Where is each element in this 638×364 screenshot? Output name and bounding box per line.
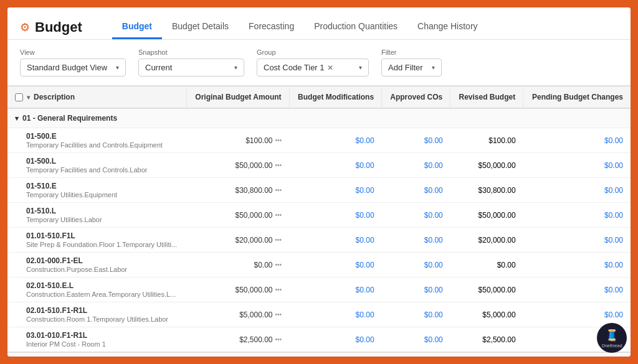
row-desc: Site Prep & Foundation.Floor 1.Temporary…: [26, 241, 179, 248]
modifications-amount[interactable]: $0.00: [356, 236, 374, 245]
col-description: ▾ Description: [7, 86, 186, 109]
nav-tabs: Budget Budget Details Forecasting Produc…: [112, 15, 488, 39]
row-actions-icon[interactable]: •••: [275, 187, 282, 194]
group-filter-group: Group Cost Code Tier 1 ✕ ▾: [257, 49, 369, 77]
onethread-badge[interactable]: 🧵 Onethread: [597, 323, 627, 353]
modifications-amount[interactable]: $0.00: [356, 286, 374, 294]
approved-amount[interactable]: $0.00: [424, 335, 443, 344]
pending-amount[interactable]: $0.00: [604, 286, 623, 294]
select-all-checkbox[interactable]: [15, 93, 23, 101]
onethread-icon: 🧵: [605, 329, 619, 342]
pending-amount[interactable]: $0.00: [604, 261, 623, 269]
subtotal-approved: $0.00: [382, 352, 450, 357]
group-value: Cost Code Tier 1: [264, 63, 325, 72]
table-row: 01-500.L Temporary Facilities and Contro…: [7, 153, 631, 178]
pending-amount[interactable]: $0.00: [604, 136, 623, 145]
approved-amount[interactable]: $0.00: [424, 186, 443, 195]
view-select[interactable]: Standard Budget View ▾: [20, 58, 126, 77]
tab-budget-details[interactable]: Budget Details: [162, 15, 239, 39]
approved-amount[interactable]: $0.00: [424, 310, 443, 319]
revised-amount: $50,000.00: [478, 286, 516, 294]
table-row: 01.01-510.F1L Site Prep & Foundation.Flo…: [7, 228, 631, 253]
approved-amount[interactable]: $0.00: [424, 161, 443, 170]
row-actions-icon[interactable]: •••: [275, 286, 282, 293]
page-title: Budget: [35, 19, 82, 35]
row-code: 01.01-510.F1L: [26, 231, 179, 240]
sort-chevron-icon[interactable]: ▾: [27, 94, 30, 101]
tab-production-quantities[interactable]: Production Quantities: [304, 15, 407, 39]
revised-amount: $5,000.00: [482, 310, 515, 319]
view-filter-group: View Standard Budget View ▾: [20, 49, 126, 77]
add-filter-label: Add Filter: [388, 63, 423, 72]
revised-amount: $20,000.00: [478, 236, 516, 245]
subtotal-modifications: $0.00: [289, 352, 382, 357]
modifications-amount[interactable]: $0.00: [356, 136, 374, 145]
group-select[interactable]: Cost Code Tier 1 ✕ ▾: [257, 58, 369, 77]
revised-amount: $0.00: [497, 261, 516, 269]
pending-amount[interactable]: $0.00: [604, 186, 623, 195]
pending-amount[interactable]: $0.00: [604, 236, 623, 245]
gear-icon[interactable]: ⚙: [20, 21, 30, 34]
row-desc: Temporary Utilities.Equipment: [26, 191, 179, 198]
original-amount: $50,000.00: [235, 161, 272, 170]
pending-amount[interactable]: $0.00: [604, 161, 623, 170]
modifications-amount[interactable]: $0.00: [356, 161, 374, 170]
title-group: ⚙ Budget: [20, 19, 97, 35]
original-amount: $2,500.00: [239, 335, 272, 344]
add-filter-chevron-icon: ▾: [432, 64, 435, 71]
subtotal-label: Subtotal 01 - General Requirements: [7, 352, 186, 357]
tab-budget[interactable]: Budget: [112, 15, 162, 39]
row-desc: Construction.Eastern Area.Temporary Util…: [26, 291, 179, 298]
row-code: 03.01-010.F1-R1L: [26, 331, 179, 340]
add-filter-button[interactable]: Add Filter ▾: [381, 58, 442, 77]
approved-amount[interactable]: $0.00: [424, 236, 443, 245]
table-container: ▾ Description Original Budget Amount Bud…: [7, 86, 631, 357]
row-code: 01-510.E: [26, 182, 179, 190]
modifications-amount[interactable]: $0.00: [356, 261, 374, 269]
modifications-amount[interactable]: $0.00: [356, 186, 374, 195]
row-actions-icon[interactable]: •••: [275, 236, 282, 243]
section-row: ▾01 - General Requirements: [7, 108, 631, 128]
snapshot-select[interactable]: Current ▾: [138, 58, 244, 77]
col-budget-modifications: Budget Modifications: [289, 86, 382, 109]
col-revised-budget: Revised Budget: [450, 86, 523, 109]
row-actions-icon[interactable]: •••: [275, 162, 282, 169]
revised-amount: $50,000.00: [478, 161, 516, 170]
row-actions-icon[interactable]: •••: [275, 137, 282, 144]
group-tag-remove-icon[interactable]: ✕: [327, 63, 333, 72]
original-amount: $20,000.00: [235, 236, 272, 245]
tab-forecasting[interactable]: Forecasting: [239, 15, 304, 39]
header: ⚙ Budget Budget Budget Details Forecasti…: [7, 7, 631, 40]
modifications-amount[interactable]: $0.00: [356, 310, 374, 319]
col-pending-budget: Pending Budget Changes: [523, 86, 631, 109]
pending-amount[interactable]: $0.00: [604, 310, 623, 319]
row-desc: Temporary Facilities and Controls.Labor: [26, 166, 179, 174]
row-code: 02.01-510.F1-R1L: [26, 306, 179, 315]
budget-table: ▾ Description Original Budget Amount Bud…: [7, 86, 631, 357]
tab-change-history[interactable]: Change History: [407, 15, 488, 39]
subtotal-revised: $208,400.00: [450, 352, 523, 357]
row-actions-icon[interactable]: •••: [275, 311, 282, 318]
original-amount: $30,800.00: [235, 186, 272, 195]
row-code: 02.01-510.E.L: [26, 281, 179, 290]
revised-amount: $100.00: [488, 136, 515, 145]
approved-amount[interactable]: $0.00: [424, 261, 443, 269]
approved-amount[interactable]: $0.00: [424, 211, 443, 220]
modifications-amount[interactable]: $0.00: [356, 211, 374, 220]
table-row: 01-510.E Temporary Utilities.Equipment $…: [7, 178, 631, 203]
section-chevron-icon[interactable]: ▾: [15, 114, 19, 122]
original-amount: $100.00: [245, 136, 272, 145]
table-row: 01-510.L Temporary Utilities.Labor $50,0…: [7, 203, 631, 228]
snapshot-chevron-icon: ▾: [234, 64, 237, 71]
modifications-amount[interactable]: $0.00: [356, 335, 374, 344]
approved-amount[interactable]: $0.00: [424, 136, 443, 145]
snapshot-label: Snapshot: [138, 49, 244, 56]
approved-amount[interactable]: $0.00: [424, 286, 443, 294]
filters-row: View Standard Budget View ▾ Snapshot Cur…: [7, 40, 631, 86]
row-actions-icon[interactable]: •••: [275, 212, 282, 218]
revised-amount: $30,800.00: [478, 186, 516, 195]
pending-amount[interactable]: $0.00: [604, 211, 623, 220]
original-amount: $5,000.00: [239, 310, 272, 319]
row-actions-icon[interactable]: •••: [275, 336, 282, 343]
row-actions-icon[interactable]: •••: [275, 261, 282, 268]
